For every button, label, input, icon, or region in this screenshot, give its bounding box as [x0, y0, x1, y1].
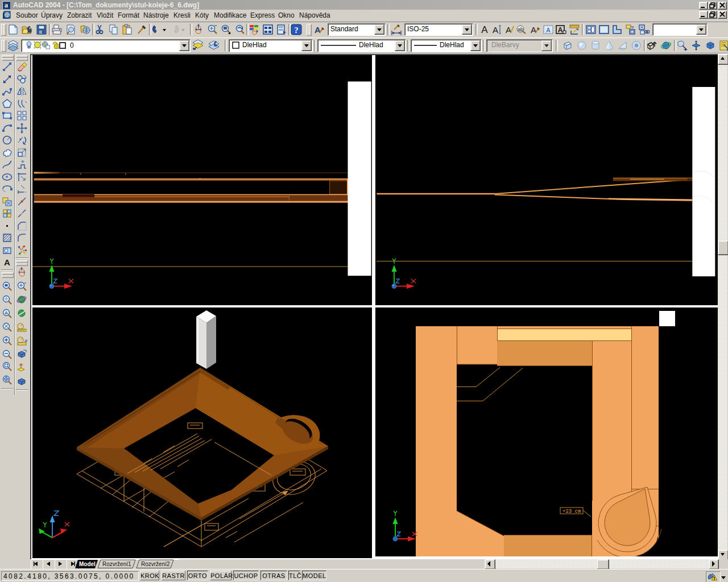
svg-text:a: a [5, 1, 8, 9]
svg-text:A: A [315, 25, 321, 35]
svg-text:ab: ab [518, 27, 523, 32]
svg-text:A: A [4, 257, 10, 267]
svg-text:A: A [558, 26, 563, 34]
svg-text:+23 cm: +23 cm [562, 509, 581, 514]
svg-text:A: A [531, 25, 536, 35]
svg-text:A: A [481, 24, 488, 35]
svg-text:Model: Model [79, 561, 96, 567]
svg-text:A: A [546, 27, 551, 34]
svg-text:?: ? [294, 26, 299, 35]
svg-text:Rozvržení2: Rozvržení2 [141, 561, 170, 567]
svg-text:Rozvržení1: Rozvržení1 [102, 561, 131, 567]
svg-text:A: A [506, 25, 511, 35]
svg-text:A: A [493, 25, 498, 35]
